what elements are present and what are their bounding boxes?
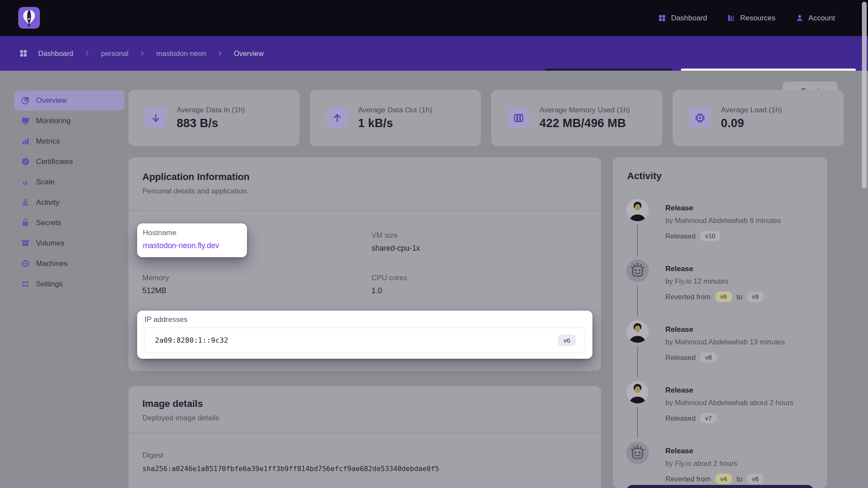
sidebar-item-secrets[interactable]: Secrets	[14, 213, 125, 233]
sidebar-item-certificates[interactable]: Certificates	[14, 151, 125, 172]
tour-tooltip-top-edge[interactable]	[626, 485, 814, 488]
release-action-separator: to	[736, 475, 743, 483]
stat-label: Average Data Out (1h)	[358, 106, 432, 115]
sidebar-item-volumes[interactable]: Volumes	[14, 233, 125, 253]
topnav-item-dashboard[interactable]: Dashboard	[658, 14, 707, 23]
activity-panel: Activity Releaseby Mahmoud Abdelwahab 6 …	[613, 157, 827, 488]
breadcrumb-item-dashboard[interactable]: Dashboard	[38, 49, 73, 58]
release-action-label: Reverted from	[665, 293, 711, 301]
stat-text: Average Data Out (1h)1 kB/s	[358, 106, 432, 130]
cpu-chip-icon	[694, 112, 706, 124]
release-action-label: Released	[665, 232, 696, 240]
tour-tooltip-edge-white	[681, 69, 856, 71]
app-info-title: Application Information	[142, 171, 250, 183]
page-scrollbar	[861, 0, 867, 488]
cpu-chip-icon	[21, 259, 30, 268]
release-action-row: Reverted fromv6tov9	[665, 291, 764, 302]
topnav-item-account[interactable]: Account	[796, 14, 835, 23]
stat-icon-tile	[145, 107, 167, 129]
sidebar-item-metrics[interactable]: Metrics	[14, 131, 125, 151]
image-details-subtitle: Deployed image details	[142, 414, 219, 422]
release-byline: by Fly.io 12 minutes	[665, 277, 729, 285]
vm-size-label: VM size	[372, 231, 420, 240]
cpu-cores-label: CPU cores	[372, 274, 407, 282]
stat-value: 0.09	[721, 117, 782, 130]
hostname-label: Hostname	[143, 229, 241, 237]
release-byline: by Mahmoud Abdelwahab 6 minutes	[665, 216, 781, 225]
topnav-item-resources[interactable]: Resources	[727, 14, 775, 23]
memory-label: Memory	[142, 274, 169, 282]
version-badge: v7	[700, 413, 717, 423]
timeline-connector	[637, 407, 638, 438]
sidebar-item-monitoring[interactable]: Monitoring	[14, 111, 125, 131]
user-avatar	[626, 199, 649, 221]
release-action-row: Reverted fromv4tov6	[665, 474, 764, 484]
topnav-item-label: Resources	[740, 14, 775, 23]
stat-text: Average Load (1h)0.09	[721, 106, 782, 130]
sidebar-item-activity[interactable]: Activity	[14, 192, 125, 213]
sidebar-item-scale[interactable]: Scale	[14, 172, 125, 192]
stat-text: Average Data In (1h)883 B/s	[177, 106, 245, 130]
version-badge: v9	[747, 291, 764, 302]
scrollbar-thumb[interactable]	[862, 2, 867, 188]
application-information-card: Application Information Personal details…	[128, 157, 601, 371]
stat-icon-tile	[689, 107, 711, 129]
stat-value: 1 kB/s	[358, 117, 432, 130]
breadcrumb-item-personal[interactable]: personal	[101, 49, 128, 58]
sidebar-item-label: Machines	[36, 259, 68, 268]
activity-release-item: Releaseby Mahmoud Abdelwahab 6 minutesRe…	[613, 199, 827, 259]
stats-row: Average Data In (1h)883 B/sAverage Data …	[128, 90, 844, 146]
sidebar-item-label: Metrics	[36, 137, 60, 146]
stat-label: Average Load (1h)	[721, 106, 782, 115]
sidebar-item-label: Overview	[36, 96, 67, 105]
ip-version-badge: v6	[558, 334, 576, 346]
activity-release-item: Releaseby Fly.io 12 minutesReverted from…	[613, 259, 827, 320]
grid-icon	[658, 14, 666, 22]
image-details-title: Image details	[142, 398, 219, 409]
sidebar-item-machines[interactable]: Machines	[14, 253, 125, 274]
timeline-connector	[637, 346, 638, 377]
stat-label: Average Data In (1h)	[177, 106, 245, 115]
digest-value: sha256:a0246e1a85170fbfe6a39e1ff3b9ff814…	[142, 465, 439, 473]
lock-icon	[21, 218, 30, 227]
release-title: Release	[665, 447, 693, 455]
stat-icon-tile	[508, 107, 529, 129]
monitor-icon	[21, 116, 30, 125]
bar-chart-icon	[21, 137, 30, 146]
topnav-item-label: Account	[809, 14, 835, 23]
breadcrumb-item-overview[interactable]: Overview	[234, 49, 264, 58]
release-action-row: Releasedv7	[665, 413, 717, 423]
topnav-item-label: Dashboard	[671, 14, 707, 23]
fly-logo[interactable]	[18, 7, 40, 29]
ip-address-row: 2a09:8280:1::9c32 v6	[145, 328, 585, 353]
memory-value: 512MB	[142, 286, 169, 295]
sidebar-item-overview[interactable]: Overview	[14, 90, 125, 111]
activity-release-item: Releaseby Fly.io about 2 hoursReverted f…	[613, 442, 827, 488]
stat-icon-tile	[326, 107, 348, 129]
columns-icon	[513, 112, 524, 124]
sidebar-item-settings[interactable]: Settings	[14, 274, 125, 294]
release-action-label: Reverted from	[665, 475, 711, 483]
sidebar-item-label: Certificates	[36, 157, 73, 166]
version-badge: v6	[747, 474, 764, 484]
release-action-separator: to	[736, 293, 743, 301]
version-badge: v10	[700, 231, 720, 241]
digest-label: Digest	[142, 451, 163, 460]
ip-addresses-spotlight-box: IP addresses 2a09:8280:1::9c32 v6	[137, 311, 592, 359]
stat-value: 422 MB/496 MB	[539, 117, 630, 130]
version-badge: v8	[700, 352, 717, 363]
chevron-right-icon	[84, 50, 91, 57]
stat-card-3: Average Load (1h)0.09	[673, 90, 844, 146]
check-badge-icon	[21, 157, 30, 166]
sidebar-item-label: Settings	[36, 280, 62, 288]
ip-address-value: 2a09:8280:1::9c32	[155, 336, 228, 344]
sidebar-item-label: Activity	[36, 198, 59, 207]
breadcrumb-item-mastodon-neon[interactable]: mastodon-neon	[156, 49, 206, 58]
cpu-cores-value: 1.0	[372, 286, 407, 295]
stat-card-2: Average Memory Used (1h)422 MB/496 MB	[491, 90, 662, 146]
release-title: Release	[665, 204, 693, 213]
stack-icon	[21, 198, 30, 207]
hostname-link[interactable]: mastodon-neon.fly.dev	[143, 241, 241, 250]
cpu-cores-field: CPU cores 1.0	[372, 274, 407, 295]
stat-card-0: Average Data In (1h)883 B/s	[128, 90, 299, 146]
